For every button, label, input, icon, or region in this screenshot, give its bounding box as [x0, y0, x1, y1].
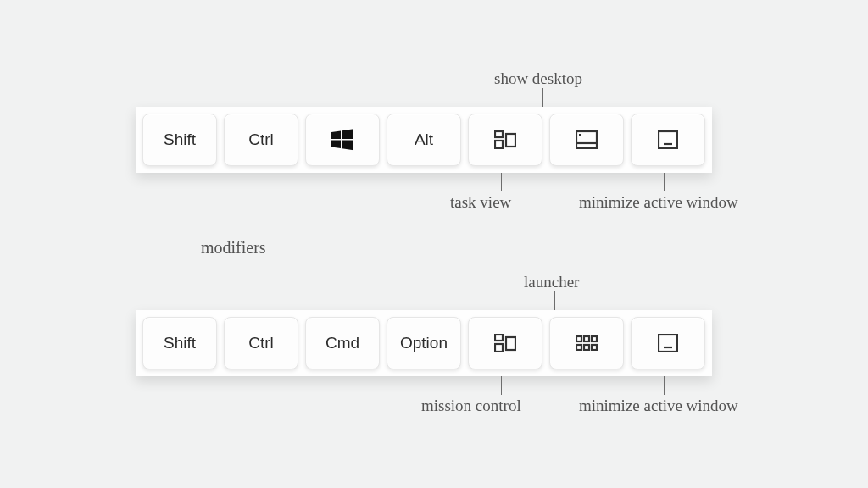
annotation-launcher: launcher	[524, 273, 579, 291]
connector-line	[542, 88, 543, 107]
key-minimize-window[interactable]	[631, 317, 705, 369]
key-label: Shift	[164, 334, 196, 352]
minimize-window-icon	[658, 130, 678, 149]
key-shift[interactable]: Shift	[142, 114, 217, 166]
svg-marker-1	[342, 129, 354, 139]
key-windows[interactable]	[305, 114, 380, 166]
connector-line	[501, 376, 502, 395]
svg-rect-15	[576, 336, 581, 341]
annotation-show-desktop: show desktop	[494, 69, 582, 88]
annotation-minimize-window: minimize active window	[579, 193, 738, 212]
key-label: Ctrl	[248, 334, 274, 352]
key-alt[interactable]: Alt	[387, 114, 461, 166]
svg-marker-0	[331, 130, 341, 139]
svg-rect-5	[495, 141, 503, 148]
key-ctrl[interactable]: Ctrl	[224, 114, 298, 166]
svg-marker-2	[331, 141, 341, 149]
connector-line	[554, 291, 555, 310]
minimize-window-icon	[658, 334, 678, 352]
svg-rect-10	[659, 131, 677, 148]
key-label: Ctrl	[248, 130, 274, 149]
key-label: Shift	[164, 130, 196, 149]
key-label: Option	[400, 334, 448, 352]
svg-marker-3	[342, 141, 354, 151]
show-desktop-icon	[576, 130, 598, 149]
key-row-mac: Shift Ctrl Cmd Option	[136, 310, 712, 376]
key-shift[interactable]: Shift	[142, 317, 217, 369]
svg-rect-12	[495, 335, 503, 341]
svg-rect-17	[592, 336, 597, 341]
connector-line	[664, 376, 665, 395]
svg-rect-14	[506, 337, 515, 350]
connector-line	[501, 173, 502, 191]
annotation-minimize-window: minimize active window	[579, 396, 738, 415]
svg-rect-20	[592, 345, 597, 350]
svg-rect-4	[495, 131, 503, 137]
svg-rect-16	[584, 336, 589, 341]
key-option[interactable]: Option	[387, 317, 461, 369]
label-modifiers: modifiers	[201, 238, 266, 258]
mission-control-icon	[494, 334, 516, 352]
windows-logo-icon	[331, 129, 353, 151]
key-label: Cmd	[326, 334, 359, 352]
svg-rect-18	[576, 345, 581, 350]
svg-rect-19	[584, 345, 589, 350]
svg-rect-9	[579, 134, 581, 136]
key-mission-control[interactable]	[468, 317, 542, 369]
connector-line	[664, 173, 665, 191]
key-row-windows: Shift Ctrl Alt	[136, 107, 712, 173]
key-label: Alt	[415, 130, 433, 149]
svg-rect-13	[495, 344, 503, 352]
launcher-icon	[576, 336, 598, 351]
key-ctrl[interactable]: Ctrl	[224, 317, 298, 369]
svg-rect-6	[506, 134, 515, 147]
task-view-icon	[494, 130, 516, 149]
key-launcher[interactable]	[549, 317, 624, 369]
annotation-task-view: task view	[450, 193, 511, 212]
key-cmd[interactable]: Cmd	[305, 317, 380, 369]
key-task-view[interactable]	[468, 114, 542, 166]
svg-rect-21	[659, 335, 677, 352]
key-minimize-window[interactable]	[631, 114, 705, 166]
annotation-mission-control: mission control	[421, 396, 521, 415]
key-show-desktop[interactable]	[549, 114, 624, 166]
